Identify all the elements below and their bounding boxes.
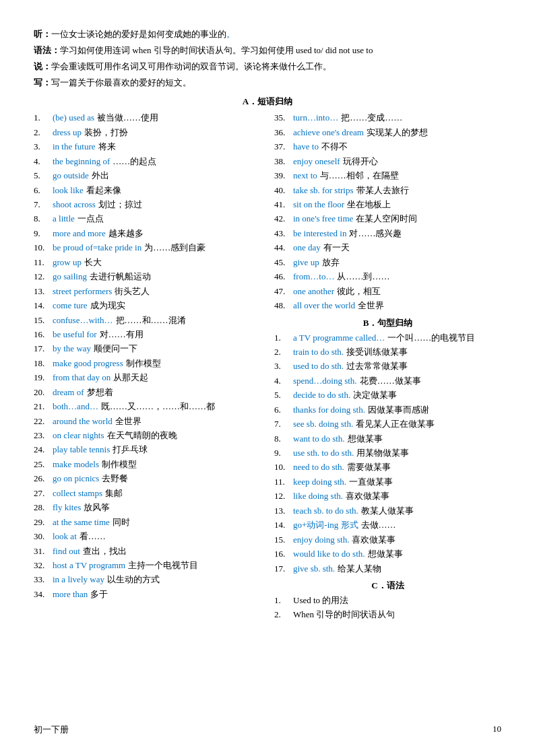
list-item: 40. take sb. for strips 带某人去旅行 (274, 183, 501, 197)
list-item: 16. would like to do sth. 想做某事 (274, 547, 501, 561)
list-item: 15. enjoy doing sth. 喜欢做某事 (274, 532, 501, 547)
list-item: 11. grow up 长大 (34, 255, 261, 269)
list-item: 9. use sth. to do sth. 用某物做某事 (274, 446, 501, 460)
list-item: 19. from that day on 从那天起 (34, 370, 261, 384)
list-item: 44. one day 有一天 (274, 240, 501, 254)
xie-text: 写一篇关于你最喜欢的爱好的短文。 (51, 77, 191, 88)
list-item: 45. give up 放弃 (274, 255, 501, 269)
list-item: 10. need to do sth. 需要做某事 (274, 460, 501, 474)
list-item: 22. around the world 全世界 (34, 414, 261, 428)
ting-blue: 。 (226, 29, 235, 39)
list-item: 5. go outside 外出 (34, 168, 261, 182)
yufa-text: 学习如何使用连词 when 引导的时间状语从句。学习如何使用 used to/ … (60, 45, 373, 55)
list-item: 8. want to do sth. 想做某事 (274, 432, 501, 446)
intro-shuo: 说：学会重读既可用作名词又可用作动词的双音节词。谈论将来做什么工作。 (34, 59, 501, 74)
list-item: 12. like doing sth. 喜欢做某事 (274, 489, 501, 503)
list-item: 28. fly kites 放风筝 (34, 500, 261, 514)
list-item: 1. (be) used as 被当做……使用 (34, 110, 261, 125)
list-item: 46. from…to… 从……到…… (274, 269, 501, 283)
list-item: 12. go sailing 去进行帆船运动 (34, 269, 261, 283)
intro-yufa: 语法：学习如何使用连词 when 引导的时间状语从句。学习如何使用 used t… (34, 43, 501, 58)
section-b-title: B．句型归纳 (274, 317, 501, 329)
list-item: 17. by the way 顺便问一下 (34, 341, 261, 355)
list-item: 6. thanks for doing sth. 因做某事而感谢 (274, 403, 501, 417)
list-item: 23. on clear nights 在天气晴朗的夜晚 (34, 428, 261, 442)
list-item: 9. more and more 越来越多 (34, 226, 261, 240)
list-item: 1. a TV programme called… 一个叫……的电视节目 (274, 331, 501, 345)
list-item: 10. be proud of=take pride in 为……感到自豪 (34, 240, 261, 254)
list-item: 37. have to 不得不 (274, 139, 501, 153)
list-item: 2. dress up 装扮，打扮 (34, 125, 261, 139)
list-item: 15. confuse…with… 把……和……混淆 (34, 313, 261, 327)
list-item: 42. in one's free time 在某人空闲时间 (274, 211, 501, 226)
list-item: 4. the beginning of ……的起点 (34, 154, 261, 168)
xie-label: 写： (34, 77, 51, 88)
vocab-columns: 1. (be) used as 被当做……使用 2. dress up 装扮，打… (34, 110, 501, 621)
list-item: 3. used to do sth. 过去常常做某事 (274, 359, 501, 373)
list-item: 5. decide to do sth. 决定做某事 (274, 388, 501, 402)
list-item: 3. in the future 将来 (34, 139, 261, 153)
list-item: 2. train to do sth. 接受训练做某事 (274, 345, 501, 359)
section-c-title: C．语法 (274, 580, 501, 592)
list-item: 7. see sb. doing sth. 看见某人正在做某事 (274, 417, 501, 431)
list-item: 32. host a TV programm 主持一个电视节目 (34, 558, 261, 572)
list-item: 14. go+动词-ing 形式 去做…… (274, 518, 501, 532)
col-left: 1. (be) used as 被当做……使用 2. dress up 装扮，打… (34, 110, 268, 621)
list-item: 2. When 引导的时间状语从句 (274, 607, 501, 621)
list-item: 13. teach sb. to do sth. 教某人做某事 (274, 504, 501, 518)
col-right: 35. turn…into… 把……变成…… 36. achieve one's… (268, 110, 501, 621)
list-item: 34. more than 多于 (34, 587, 261, 601)
list-item: 26. go on picnics 去野餐 (34, 471, 261, 485)
list-item: 27. collect stamps 集邮 (34, 486, 261, 500)
list-item: 18. make good progress 制作模型 (34, 356, 261, 370)
list-item: 11. keep doing sth. 一直做某事 (274, 475, 501, 489)
list-item: 6. look like 看起来像 (34, 183, 261, 197)
list-item: 4. spend…doing sth. 花费……做某事 (274, 374, 501, 388)
list-item: 41. sit on the floor 坐在地板上 (274, 197, 501, 211)
list-item: 33. in a lively way 以生动的方式 (34, 572, 261, 586)
shuo-label: 说： (34, 61, 51, 71)
list-item: 43. be interested in 对……感兴趣 (274, 226, 501, 240)
list-item: 38. enjoy oneself 玩得开心 (274, 154, 501, 168)
list-item: 25. make models 制作模型 (34, 457, 261, 471)
ting-text: 一位女士谈论她的爱好是如何变成她的事业的 (51, 29, 226, 39)
list-item: 13. street performers 街头艺人 (34, 284, 261, 298)
list-item: 35. turn…into… 把……变成…… (274, 110, 501, 125)
footer-right: 10 (493, 724, 501, 736)
list-item: 7. shoot across 划过；掠过 (34, 197, 261, 211)
footer-left: 初一下册 (34, 724, 69, 736)
list-item: 17. give sb. sth. 给某人某物 (274, 561, 501, 576)
list-item: 1. Used to 的用法 (274, 593, 501, 607)
shuo-text: 学会重读既可用作名词又可用作动词的双音节词。谈论将来做什么工作。 (51, 61, 332, 71)
list-item: 21. both…and… 既……又……，……和……都 (34, 399, 261, 413)
intro-xie: 写：写一篇关于你最喜欢的爱好的短文。 (34, 75, 501, 90)
list-item: 47. one another 彼此，相互 (274, 284, 501, 298)
list-item: 24. play table tennis 打乒乓球 (34, 442, 261, 456)
list-item: 8. a little 一点点 (34, 211, 261, 226)
yufa-label: 语法： (34, 45, 60, 55)
page: 听：一位女士谈论她的爱好是如何变成她的事业的。 语法：学习如何使用连词 when… (0, 0, 535, 662)
intro-ting: 听：一位女士谈论她的爱好是如何变成她的事业的。 (34, 27, 501, 42)
list-item: 31. find out 查出，找出 (34, 544, 261, 558)
list-item: 30. look at 看…… (34, 529, 261, 543)
list-item: 48. all over the world 全世界 (274, 298, 501, 312)
list-item: 29. at the same time 同时 (34, 515, 261, 529)
list-item: 36. achieve one's dream 实现某人的梦想 (274, 125, 501, 139)
footer: 初一下册 10 (34, 724, 501, 736)
list-item: 39. next to 与……相邻，在隔壁 (274, 168, 501, 182)
list-item: 14. come ture 成为现实 (34, 298, 261, 312)
intro-section: 听：一位女士谈论她的爱好是如何变成她的事业的。 语法：学习如何使用连词 when… (34, 27, 501, 90)
section-a-title: A．短语归纳 (34, 96, 501, 108)
ting-label: 听： (34, 29, 51, 39)
list-item: 16. be useful for 对……有用 (34, 327, 261, 341)
list-item: 20. dream of 梦想着 (34, 385, 261, 399)
